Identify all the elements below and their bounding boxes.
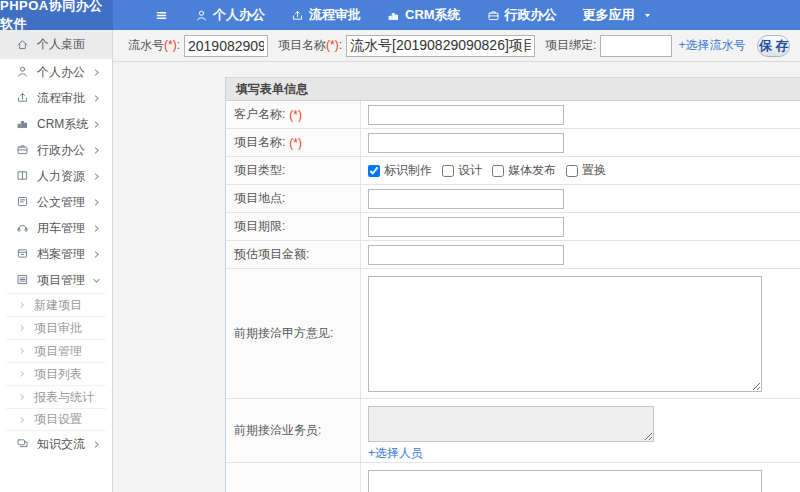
- required-mark: (*): [289, 108, 302, 122]
- checkbox[interactable]: [442, 165, 454, 177]
- sidebar-item[interactable]: CRM系统: [0, 111, 112, 137]
- checkbox-label: 置换: [582, 162, 606, 179]
- sidebar-subitem[interactable]: 项目审批: [6, 316, 106, 339]
- text-input[interactable]: [368, 189, 564, 209]
- sidebar-item[interactable]: 公文管理: [0, 189, 112, 215]
- hamburger-menu-icon[interactable]: [155, 9, 168, 22]
- sidebar-item-label: 流程审批: [37, 90, 85, 107]
- sidebar-item-label: CRM系统: [37, 116, 88, 133]
- top-header: PHPOA协同办公软件 个人办公流程审批CRM系统行政办公更多应用: [0, 0, 800, 30]
- save-button[interactable]: 保 存: [757, 35, 790, 57]
- sidebar-subitem[interactable]: 项目管理: [6, 339, 106, 362]
- home-icon: [16, 38, 30, 52]
- top-nav-item[interactable]: 行政办公: [474, 6, 570, 24]
- form-area: 填写表单信息 客户名称:(*)项目名称:(*)项目类型:标识制作设计媒体发布置换…: [113, 62, 800, 492]
- sidebar-item[interactable]: 行政办公: [0, 137, 112, 163]
- project-name-label: 项目名称(*):: [278, 37, 342, 54]
- textarea[interactable]: [368, 470, 762, 492]
- select-serial-link[interactable]: +选择流水号: [678, 37, 745, 54]
- text-input[interactable]: [368, 133, 564, 153]
- chevron-right-icon: [92, 250, 101, 259]
- form-row: 项目名称:(*): [226, 129, 800, 157]
- chevron-right-icon: [92, 94, 101, 103]
- project-name-input[interactable]: [346, 35, 535, 57]
- subitem-chevron-icon: [18, 301, 26, 309]
- chevron-right-icon: [92, 440, 101, 449]
- form-row: 前期接洽甲方意见:: [226, 269, 800, 399]
- sidebar-item-label: 人力资源: [37, 168, 85, 185]
- project-bind-input[interactable]: [600, 35, 672, 57]
- form-row: 项目期限:: [226, 213, 800, 241]
- sidebar-item[interactable]: 知识交流: [0, 431, 112, 457]
- top-nav-label: 行政办公: [505, 6, 557, 24]
- chevron-right-icon: [92, 224, 101, 233]
- sidebar-item[interactable]: 个人办公: [0, 59, 112, 85]
- sidebar-subitem[interactable]: 报表与统计: [6, 385, 106, 408]
- field-label-text: 项目名称:: [234, 134, 285, 151]
- checkbox[interactable]: [566, 165, 578, 177]
- top-nav-item[interactable]: 个人办公: [182, 6, 278, 24]
- sidebar-subitem-label: 项目管理: [34, 343, 82, 360]
- top-nav-item[interactable]: CRM系统: [374, 6, 474, 24]
- select-person-link[interactable]: +选择人员: [368, 445, 423, 462]
- chevron-right-icon: [92, 68, 101, 77]
- sidebar-subitem[interactable]: 新建项目: [6, 293, 106, 316]
- form-row: 客户名称:(*): [226, 101, 800, 129]
- project-bind-label: 项目绑定:: [545, 37, 596, 54]
- archive-icon: [16, 247, 30, 261]
- subitem-chevron-icon: [18, 324, 26, 332]
- text-input[interactable]: [368, 105, 564, 125]
- checkbox[interactable]: [492, 165, 504, 177]
- sidebar-item[interactable]: 个人桌面: [0, 30, 112, 59]
- subitem-chevron-icon: [18, 347, 26, 355]
- field-label-text: 前期接洽业务员:: [234, 422, 321, 439]
- field-label: 项目地点:: [226, 185, 361, 212]
- readonly-textarea[interactable]: [368, 406, 654, 442]
- sidebar-item[interactable]: 项目管理: [0, 267, 112, 293]
- subitem-chevron-icon: [18, 393, 26, 401]
- sidebar-item-label: 个人桌面: [37, 36, 85, 53]
- briefcase-icon: [16, 143, 30, 157]
- checkbox-option[interactable]: 设计: [442, 162, 482, 179]
- user-icon: [195, 9, 208, 22]
- top-nav-label: 更多应用: [583, 6, 635, 24]
- checkbox[interactable]: [368, 165, 380, 177]
- serial-input[interactable]: [184, 35, 268, 57]
- sidebar-subitem-label: 报表与统计: [34, 389, 94, 406]
- subitem-chevron-icon: [18, 416, 26, 424]
- sidebar-item-label: 用车管理: [37, 220, 85, 237]
- text-input[interactable]: [368, 217, 564, 237]
- sidebar-subitem[interactable]: 项目设置: [6, 408, 106, 431]
- form-row: 预估项目金额:: [226, 241, 800, 269]
- chevron-right-icon: [92, 120, 101, 129]
- chart-icon: [387, 9, 400, 22]
- sidebar-item[interactable]: 用车管理: [0, 215, 112, 241]
- top-nav-label: 个人办公: [213, 6, 265, 24]
- checkbox-option[interactable]: 媒体发布: [492, 162, 556, 179]
- checkbox-option[interactable]: 置换: [566, 162, 606, 179]
- field-value-cell: [361, 241, 800, 268]
- sidebar-item[interactable]: 流程审批: [0, 85, 112, 111]
- field-label: 前期接洽业务员:: [226, 399, 361, 462]
- sidebar-item[interactable]: 人力资源: [0, 163, 112, 189]
- field-value-cell: [361, 101, 800, 128]
- text-input[interactable]: [368, 245, 564, 265]
- field-label: [226, 463, 361, 492]
- field-label-text: 前期接洽甲方意见:: [234, 325, 333, 342]
- briefcase-icon: [487, 9, 500, 22]
- field-label-text: 预估项目金额:: [234, 246, 309, 263]
- form-table: 填写表单信息 客户名称:(*)项目名称:(*)项目类型:标识制作设计媒体发布置换…: [225, 77, 800, 492]
- sidebar-item[interactable]: 档案管理: [0, 241, 112, 267]
- sidebar-subitem[interactable]: 项目列表: [6, 362, 106, 385]
- chevron-right-icon: [92, 146, 101, 155]
- top-nav-item[interactable]: 流程审批: [278, 6, 374, 24]
- checkbox-option[interactable]: 标识制作: [368, 162, 432, 179]
- sidebar-subitem-label: 项目审批: [34, 320, 82, 337]
- form-section-title: 填写表单信息: [226, 78, 800, 101]
- field-value-cell: +选择人员: [361, 399, 800, 462]
- top-nav-item[interactable]: 更多应用: [570, 6, 665, 24]
- textarea[interactable]: [368, 276, 762, 392]
- sidebar-submenu: 新建项目项目审批项目管理项目列表报表与统计项目设置: [0, 293, 112, 431]
- checkbox-label: 标识制作: [384, 162, 432, 179]
- subitem-chevron-icon: [18, 370, 26, 378]
